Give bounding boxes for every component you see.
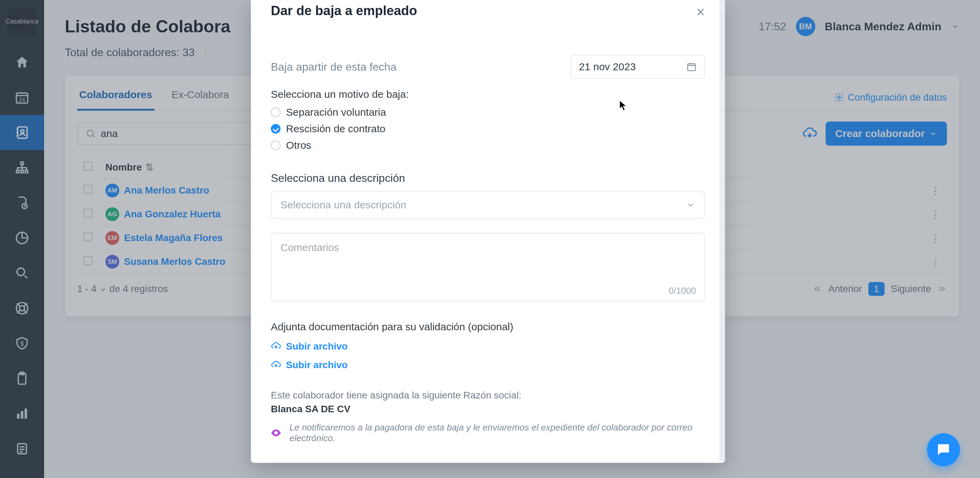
close-button[interactable] bbox=[695, 7, 706, 17]
upload-file-link[interactable]: Subir archivo bbox=[271, 359, 705, 370]
attach-section-label: Adjunta documentación para su validación… bbox=[271, 321, 705, 333]
close-icon bbox=[695, 7, 706, 17]
date-field-row: Baja apartir de esta fecha 21 nov 2023 bbox=[271, 55, 705, 79]
eye-icon bbox=[271, 429, 281, 436]
razon-social-name: Blanca SA DE CV bbox=[271, 403, 705, 414]
upload-label: Subir archivo bbox=[286, 359, 348, 370]
comments-placeholder: Comentarios bbox=[280, 242, 339, 253]
chat-icon bbox=[935, 441, 952, 458]
date-label: Baja apartir de esta fecha bbox=[271, 60, 397, 73]
radio-checked-icon bbox=[271, 124, 280, 133]
radio-icon bbox=[271, 108, 280, 117]
radio-icon bbox=[271, 140, 280, 150]
radio-voluntary[interactable]: Separación voluntaria bbox=[271, 106, 705, 118]
reason-radio-group: Selecciona un motivo de baja: Separación… bbox=[271, 89, 705, 151]
reason-section-label: Selecciona un motivo de baja: bbox=[271, 89, 705, 100]
razon-social-intro: Este colaborador tiene asignada la sigui… bbox=[271, 390, 705, 401]
radio-rescission[interactable]: Rescisión de contrato bbox=[271, 123, 705, 135]
description-select[interactable]: Selecciona una descripción bbox=[271, 191, 705, 219]
upload-file-link[interactable]: Subir archivo bbox=[271, 341, 705, 352]
date-value: 21 nov 2023 bbox=[579, 61, 636, 73]
termination-date-input[interactable]: 21 nov 2023 bbox=[571, 55, 705, 79]
notice-text: Le notificaremos a la pagadora de esta b… bbox=[290, 422, 705, 443]
notice-row: Le notificaremos a la pagadora de esta b… bbox=[271, 422, 705, 443]
comments-textarea[interactable]: Comentarios 0/1000 bbox=[271, 233, 705, 302]
scrollbar[interactable] bbox=[719, 0, 725, 461]
chevron-down-icon bbox=[686, 200, 695, 210]
cloud-upload-icon bbox=[271, 341, 281, 352]
description-section-label: Selecciona una descripción bbox=[271, 172, 705, 184]
cloud-upload-icon bbox=[271, 360, 281, 370]
chat-fab[interactable] bbox=[927, 433, 960, 466]
description-placeholder: Selecciona una descripción bbox=[280, 199, 406, 211]
calendar-icon bbox=[686, 62, 697, 72]
svg-rect-22 bbox=[688, 64, 696, 71]
terminate-employee-modal: Dar de baja a empleado Baja apartir de e… bbox=[251, 0, 725, 463]
char-count: 0/1000 bbox=[668, 286, 696, 296]
radio-other[interactable]: Otros bbox=[271, 140, 705, 151]
modal-title: Dar de baja a empleado bbox=[271, 3, 705, 18]
upload-label: Subir archivo bbox=[286, 341, 348, 352]
